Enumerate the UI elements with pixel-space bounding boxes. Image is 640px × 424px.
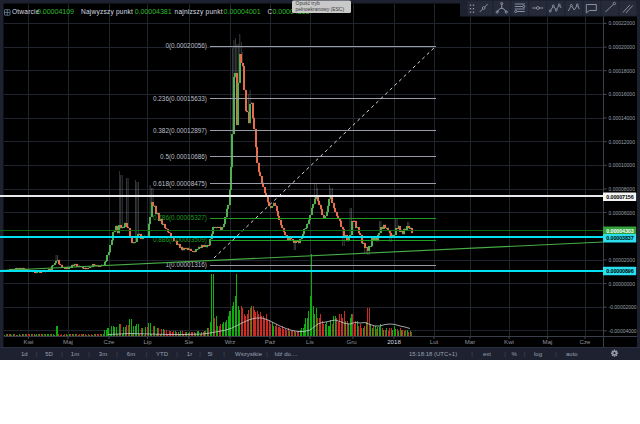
svg-text:0.786(0.00005327): 0.786(0.00005327)	[153, 214, 207, 222]
svg-text:Cze: Cze	[580, 338, 591, 345]
svg-text:Idź do....: Idź do....	[274, 351, 297, 357]
svg-text:najnizszy punkt: najnizszy punkt	[175, 8, 223, 16]
svg-text:0.382(0.00012897): 0.382(0.00012897)	[153, 127, 207, 135]
svg-text:1r: 1r	[187, 351, 192, 357]
svg-text:ext: ext	[483, 351, 491, 357]
svg-text:Mar: Mar	[465, 338, 476, 345]
svg-text:1m: 1m	[71, 351, 79, 357]
svg-text:0.00010000: 0.00010000	[609, 162, 636, 168]
svg-text:0.00000000: 0.00000000	[609, 281, 636, 287]
svg-text:-0.00002000: -0.00002000	[609, 304, 637, 310]
svg-text:Wszystkie: Wszystkie	[235, 351, 263, 357]
svg-text:auto: auto	[566, 351, 578, 357]
svg-text:6m: 6m	[127, 351, 135, 357]
svg-text:0.00000896: 0.00000896	[606, 268, 633, 274]
svg-text:0.00016000: 0.00016000	[609, 91, 636, 97]
svg-text:Maj: Maj	[543, 338, 553, 345]
svg-text:5l: 5l	[208, 351, 213, 357]
svg-text:15:18:18 (UTC+1): 15:18:18 (UTC+1)	[409, 351, 457, 357]
svg-text:0.5(0.00010686): 0.5(0.00010686)	[160, 153, 207, 161]
svg-text:Kwi: Kwi	[24, 338, 34, 345]
svg-text:0.00003837: 0.00003837	[606, 235, 633, 241]
svg-text:Paź: Paź	[265, 338, 276, 345]
svg-text:Wrz: Wrz	[225, 338, 236, 345]
svg-text:YTD: YTD	[156, 351, 169, 357]
svg-text:2018: 2018	[387, 338, 401, 345]
svg-text:0.00004001: 0.00004001	[224, 8, 261, 16]
svg-text:0.00014000: 0.00014000	[609, 115, 636, 121]
svg-text:Maj: Maj	[63, 338, 73, 345]
svg-text:5D: 5D	[45, 351, 53, 357]
svg-text:Sie: Sie	[185, 338, 194, 345]
svg-text:pełnoekranowy (ESC): pełnoekranowy (ESC)	[296, 6, 345, 12]
svg-text:0.00004303: 0.00004303	[606, 228, 633, 234]
svg-text:0.00004109: 0.00004109	[37, 8, 74, 16]
svg-text:1d: 1d	[21, 351, 28, 357]
svg-text:0.00020000: 0.00020000	[609, 44, 636, 50]
svg-text:3m: 3m	[99, 351, 107, 357]
svg-text:0.00006000: 0.00006000	[609, 210, 636, 216]
svg-text:log: log	[534, 351, 542, 357]
svg-text:0.618(0.00008475): 0.618(0.00008475)	[153, 180, 207, 188]
svg-text:Gru: Gru	[346, 338, 356, 345]
svg-text:0.00004381: 0.00004381	[135, 8, 172, 16]
svg-text:0(0.00020056): 0(0.00020056)	[165, 42, 207, 50]
svg-text:0.00007156: 0.00007156	[606, 194, 633, 200]
svg-text:0.00012000: 0.00012000	[609, 139, 636, 145]
svg-text:0.00018000: 0.00018000	[609, 68, 636, 74]
svg-text:Lut: Lut	[430, 338, 439, 345]
svg-text:Lis: Lis	[306, 338, 314, 345]
svg-text:0.00022000: 0.00022000	[609, 20, 636, 26]
svg-text:Lip: Lip	[143, 338, 152, 345]
svg-text:-0.00004000: -0.00004000	[609, 328, 637, 334]
svg-text:Cze: Cze	[104, 338, 115, 345]
svg-text:0.236(0.00015633): 0.236(0.00015633)	[153, 95, 207, 103]
svg-text:Otwarcie: Otwarcie	[12, 8, 40, 15]
svg-text:0.00008000: 0.00008000	[609, 186, 636, 192]
svg-text:Kwi: Kwi	[504, 338, 514, 345]
svg-text:0.00002000: 0.00002000	[609, 257, 636, 263]
svg-text:Najwyzszy punkt: Najwyzszy punkt	[81, 8, 133, 16]
svg-text:%: %	[512, 351, 518, 357]
